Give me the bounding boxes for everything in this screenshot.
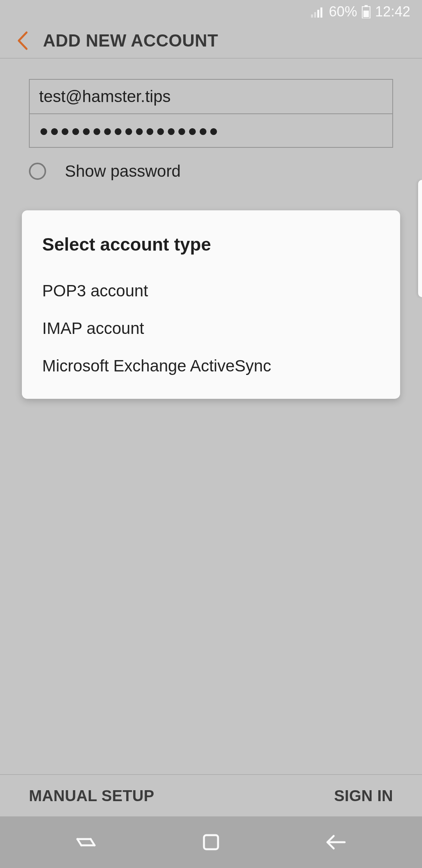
show-password-row[interactable]: Show password: [29, 162, 393, 181]
svg-rect-3: [320, 7, 322, 18]
scroll-indicator[interactable]: [418, 180, 422, 297]
show-password-checkbox[interactable]: [29, 163, 46, 180]
battery-percent: 60%: [329, 4, 357, 20]
status-time: 12:42: [375, 4, 410, 20]
signal-icon: [311, 6, 324, 18]
password-value: ●●●●●●●●●●●●●●●●●: [39, 122, 220, 140]
battery-icon: [362, 5, 370, 18]
page-title: ADD NEW ACCOUNT: [43, 31, 218, 50]
recents-icon[interactable]: [59, 834, 113, 850]
svg-rect-6: [363, 11, 369, 17]
status-bar: 60% 12:42: [0, 0, 422, 23]
sign-in-button[interactable]: SIGN IN: [334, 787, 393, 805]
manual-setup-button[interactable]: MANUAL SETUP: [29, 787, 154, 805]
system-nav-bar: [0, 816, 422, 868]
svg-rect-7: [204, 835, 218, 849]
option-pop3[interactable]: POP3 account: [42, 272, 380, 310]
credentials-box: test@hamster.tips ●●●●●●●●●●●●●●●●●: [29, 79, 393, 148]
email-value: test@hamster.tips: [39, 87, 171, 106]
back-nav-icon[interactable]: [309, 834, 363, 850]
account-type-dialog: Select account type POP3 account IMAP ac…: [22, 210, 400, 399]
svg-rect-1: [314, 12, 316, 18]
header: ADD NEW ACCOUNT: [0, 23, 422, 59]
password-field[interactable]: ●●●●●●●●●●●●●●●●●: [30, 113, 392, 147]
svg-rect-0: [311, 14, 313, 18]
email-field[interactable]: test@hamster.tips: [30, 80, 392, 113]
back-icon[interactable]: [16, 31, 29, 50]
option-imap[interactable]: IMAP account: [42, 310, 380, 347]
show-password-label: Show password: [65, 162, 181, 181]
dialog-title: Select account type: [42, 234, 380, 255]
main-content: test@hamster.tips ●●●●●●●●●●●●●●●●● Show…: [0, 59, 422, 399]
home-icon[interactable]: [184, 833, 238, 852]
option-exchange[interactable]: Microsoft Exchange ActiveSync: [42, 347, 380, 385]
bottom-action-bar: MANUAL SETUP SIGN IN: [0, 774, 422, 816]
svg-rect-2: [317, 10, 319, 18]
